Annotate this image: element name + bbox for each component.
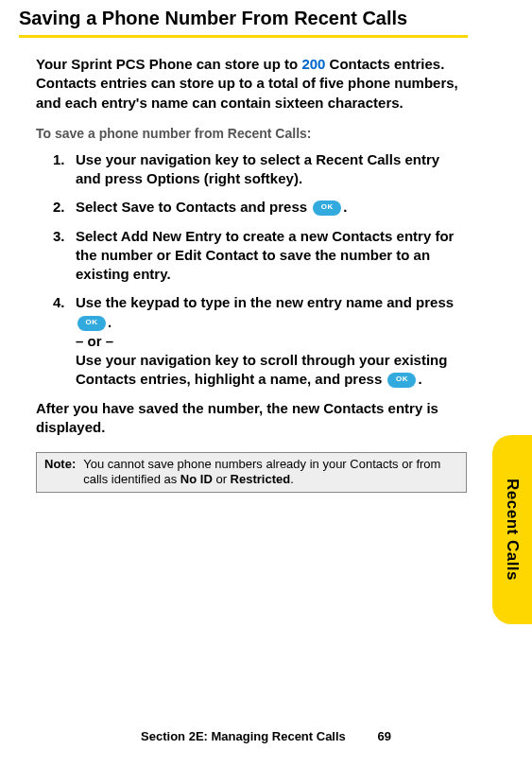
footer-page-number: 69 <box>377 729 390 743</box>
content-area: Your Sprint PCS Phone can store up to 20… <box>19 55 468 493</box>
footer-section: Section 2E: Managing Recent Calls <box>141 729 346 743</box>
ok-key-icon: OK <box>387 373 416 388</box>
ok-label: OK <box>86 318 98 328</box>
note-text-b: or <box>213 472 231 486</box>
section-tab: Recent Calls <box>492 435 532 624</box>
step-text: Select <box>76 228 121 244</box>
step-text: . <box>418 371 421 387</box>
term-restricted: Restricted <box>231 472 291 486</box>
after-paragraph: After you have saved the number, the new… <box>36 399 468 438</box>
note-label: Note: <box>44 457 76 471</box>
term-options: Options <box>146 170 200 186</box>
contacts-max-link[interactable]: 200 <box>301 56 325 72</box>
ok-label: OK <box>321 202 334 213</box>
page-footer: Section 2E: Managing Recent Calls 69 <box>0 729 532 743</box>
ok-key-icon: OK <box>313 200 341 216</box>
step-3: 3. Select Add New Entry to create a new … <box>53 227 468 285</box>
step-text: . <box>343 199 347 215</box>
step-1: 1. Use your navigation key to select a R… <box>53 150 468 189</box>
step-number: 3. <box>53 227 65 246</box>
step-text: Use the keypad to type in the new entry … <box>76 294 454 310</box>
step-number: 4. <box>53 293 65 312</box>
step-4: 4. Use the keypad to type in the new ent… <box>53 293 468 389</box>
note-text-c: . <box>290 472 294 486</box>
note-text: You cannot save phone numbers already in… <box>83 457 458 488</box>
page-title: Saving a Phone Number From Recent Calls <box>19 8 504 29</box>
section-tab-label: Recent Calls <box>503 479 522 581</box>
step-text: and press <box>236 199 311 215</box>
ok-key-icon: OK <box>77 316 106 331</box>
subheading: To save a phone number from Recent Calls… <box>36 126 468 141</box>
step-number: 2. <box>53 198 65 217</box>
steps-list: 1. Use your navigation key to select a R… <box>36 150 468 390</box>
note-box: Note: You cannot save phone numbers alre… <box>36 452 467 493</box>
term-no-id: No ID <box>180 472 213 486</box>
ok-label: OK <box>396 375 408 385</box>
or-divider: – or – <box>76 333 113 349</box>
intro-paragraph: Your Sprint PCS Phone can store up to 20… <box>36 55 468 113</box>
term-save-to-contacts: Save to Contacts <box>121 199 236 215</box>
term-add-new-entry: Add New Entry <box>121 228 222 244</box>
step-text: . <box>108 314 112 330</box>
title-divider <box>19 35 468 38</box>
intro-text-pre: Your Sprint PCS Phone can store up to <box>36 56 301 72</box>
term-edit-contact: Edit Contact <box>175 247 258 263</box>
step-2: 2. Select Save to Contacts and press OK. <box>53 198 468 217</box>
step-text: Select <box>76 199 121 215</box>
step-text: (right softkey). <box>200 170 302 186</box>
step-number: 1. <box>53 150 65 169</box>
